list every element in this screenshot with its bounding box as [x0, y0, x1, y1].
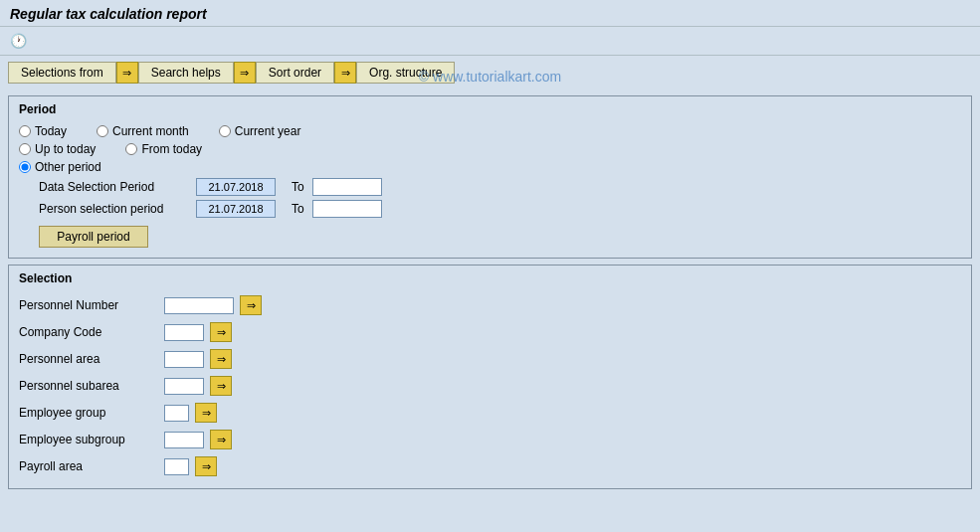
label-company-code: Company Code: [19, 325, 158, 339]
radio-current-month[interactable]: Current month: [97, 124, 189, 138]
selection-section: Selection Personnel Number ⇒ Company Cod…: [8, 265, 972, 489]
radio-up-to-today[interactable]: Up to today: [19, 142, 96, 156]
tab-selections-from-btn[interactable]: Selections from: [8, 62, 116, 84]
payroll-period-button[interactable]: Payroll period: [39, 226, 148, 248]
input-payroll-area[interactable]: [164, 458, 189, 475]
selection-rows: Personnel Number ⇒ Company Code ⇒ Person…: [19, 293, 961, 478]
radio-up-to-today-label: Up to today: [35, 142, 96, 156]
tab-sort-order-btn[interactable]: Sort order: [256, 62, 334, 84]
label-personnel-number: Personnel Number: [19, 298, 158, 312]
data-selection-label: Data Selection Period: [39, 180, 188, 194]
label-employee-subgroup: Employee subgroup: [19, 433, 158, 446]
period-row-1: Today Current month Current year: [19, 124, 961, 138]
input-personnel-subarea[interactable]: [164, 378, 204, 395]
arrow-personnel-number[interactable]: ⇒: [240, 295, 262, 315]
tab-search-helps-arrow[interactable]: ⇒: [234, 62, 256, 84]
row-company-code: Company Code ⇒: [19, 320, 961, 344]
radio-today[interactable]: Today: [19, 124, 67, 138]
period-row-3: Other period: [19, 160, 961, 174]
period-row-2: Up to today From today: [19, 142, 961, 156]
tab-sort-order-arrow[interactable]: ⇒: [334, 62, 356, 84]
radio-current-month-input[interactable]: [97, 125, 108, 137]
radio-other-period[interactable]: Other period: [19, 160, 101, 174]
row-personnel-subarea: Personnel subarea ⇒: [19, 374, 961, 398]
label-personnel-subarea: Personnel subarea: [19, 379, 158, 393]
arrow-employee-group[interactable]: ⇒: [195, 403, 217, 423]
selection-title: Selection: [19, 271, 961, 285]
input-personnel-area[interactable]: [164, 351, 204, 368]
radio-up-to-today-input[interactable]: [19, 143, 31, 155]
radio-current-year-input[interactable]: [219, 125, 231, 137]
tab-selections-from[interactable]: Selections from ⇒: [8, 62, 138, 84]
arrow-payroll-area[interactable]: ⇒: [195, 456, 217, 476]
radio-today-label: Today: [35, 124, 67, 138]
radio-today-input[interactable]: [19, 125, 31, 137]
person-selection-to-label: To: [292, 202, 304, 216]
arrow-company-code[interactable]: ⇒: [210, 322, 232, 342]
period-options: Today Current month Current year Up to t: [19, 124, 961, 248]
person-selection-row: Person selection period To: [39, 200, 961, 218]
row-personnel-area: Personnel area ⇒: [19, 347, 961, 371]
data-selection-from-input[interactable]: [196, 178, 276, 196]
person-selection-label: Person selection period: [39, 202, 188, 216]
tab-org-structure[interactable]: Org. structure: [356, 62, 455, 84]
input-employee-subgroup[interactable]: [164, 432, 204, 448]
row-personnel-number: Personnel Number ⇒: [19, 293, 961, 317]
radio-other-period-input[interactable]: [19, 161, 31, 173]
person-selection-from-input[interactable]: [196, 200, 276, 218]
input-personnel-number[interactable]: [164, 297, 234, 314]
radio-current-year[interactable]: Current year: [219, 124, 301, 138]
nav-tabs: Selections from ⇒ Search helps ⇒ Sort or…: [0, 56, 980, 89]
label-personnel-area: Personnel area: [19, 352, 158, 366]
arrow-employee-subgroup[interactable]: ⇒: [210, 430, 232, 449]
label-payroll-area: Payroll area: [19, 459, 158, 473]
radio-from-today-input[interactable]: [125, 143, 137, 155]
radio-from-today-label: From today: [141, 142, 202, 156]
main-content: Period Today Current month Current year: [0, 89, 980, 495]
clock-icon[interactable]: 🕐: [8, 31, 28, 51]
person-selection-to-input[interactable]: [312, 200, 382, 218]
tab-search-helps[interactable]: Search helps ⇒: [138, 62, 256, 84]
arrow-personnel-area[interactable]: ⇒: [210, 349, 232, 369]
radio-from-today[interactable]: From today: [125, 142, 202, 156]
data-selection-to-label: To: [292, 180, 304, 194]
period-title: Period: [19, 102, 961, 116]
label-employee-group: Employee group: [19, 406, 158, 420]
toolbar: 🕐: [0, 27, 980, 56]
tab-sort-order[interactable]: Sort order ⇒: [256, 62, 356, 84]
radio-other-period-label: Other period: [35, 160, 101, 174]
tab-search-helps-btn[interactable]: Search helps: [138, 62, 234, 84]
radio-current-year-label: Current year: [235, 124, 301, 138]
radio-current-month-label: Current month: [112, 124, 189, 138]
row-employee-subgroup: Employee subgroup ⇒: [19, 428, 961, 451]
row-employee-group: Employee group ⇒: [19, 401, 961, 425]
input-employee-group[interactable]: [164, 405, 189, 422]
data-selection-to-input[interactable]: [312, 178, 382, 196]
data-selection-row: Data Selection Period To: [39, 178, 961, 196]
row-payroll-area: Payroll area ⇒: [19, 454, 961, 478]
period-section: Period Today Current month Current year: [8, 95, 972, 259]
page-title: Regular tax calculation report: [0, 0, 980, 27]
tab-selections-from-arrow[interactable]: ⇒: [116, 62, 138, 84]
tab-org-structure-btn[interactable]: Org. structure: [356, 62, 455, 84]
arrow-personnel-subarea[interactable]: ⇒: [210, 376, 232, 396]
input-company-code[interactable]: [164, 324, 204, 341]
